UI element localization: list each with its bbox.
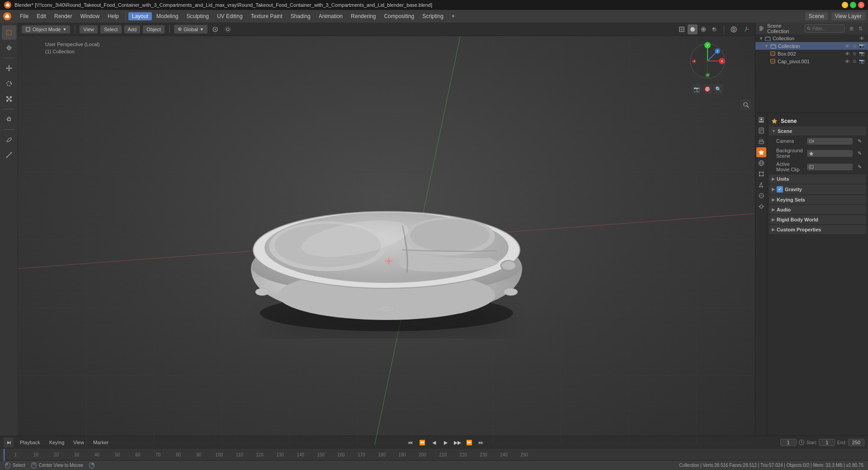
view-layer-props-btn[interactable] (756, 136, 766, 146)
outliner-search-input[interactable] (812, 26, 842, 31)
menu-file[interactable]: File (16, 12, 32, 20)
menu-logo[interactable] (3, 12, 12, 21)
world-props-btn[interactable] (756, 158, 766, 168)
material-shading-btn[interactable] (698, 24, 708, 34)
menu-window[interactable]: Window (76, 12, 103, 20)
rotate-tool-button[interactable] (2, 76, 16, 91)
collection-visibility-eye[interactable]: 👁 (845, 43, 850, 49)
object-menu-button[interactable]: Object (143, 25, 165, 33)
add-workspace-button[interactable]: + (448, 12, 458, 20)
constraints-props-btn[interactable] (756, 202, 766, 212)
select-menu-button[interactable]: Select (100, 25, 122, 33)
outliner-sort-btn[interactable]: ⇅ (856, 24, 864, 33)
workspace-layout[interactable]: Layout (128, 12, 152, 20)
section-custom-properties-header[interactable]: ▶ Custom Properties (769, 225, 866, 234)
scale-tool-button[interactable] (2, 92, 16, 106)
rendered-shading-btn[interactable] (709, 24, 719, 34)
box002-render[interactable]: 📷 (859, 51, 864, 56)
scene-collection-eye[interactable]: 👁 (859, 36, 864, 41)
particles-props-btn[interactable] (756, 180, 766, 190)
outliner-item-collection[interactable]: ▼ Collection 👁 ⊙ 📷 (755, 42, 868, 50)
background-scene-value[interactable] (807, 150, 853, 157)
zoom-view-btn[interactable]: 🔍 (713, 84, 723, 94)
workspace-compositing[interactable]: Compositing (380, 12, 418, 20)
menu-edit[interactable]: Edit (33, 12, 50, 20)
close-button[interactable]: × (858, 2, 864, 8)
workspace-sculpting[interactable]: Sculpting (183, 12, 212, 20)
end-frame-input[interactable] (848, 439, 864, 446)
food-container-3d (18, 36, 755, 445)
menu-render[interactable]: Render (51, 12, 75, 20)
frame-num-190: 190 (392, 452, 412, 457)
outliner-item-box002[interactable]: Box.002 👁 ⊙ 📷 (755, 50, 868, 57)
workspace-rendering[interactable]: Rendering (347, 12, 379, 20)
camera-value[interactable] (807, 138, 853, 145)
cap-pivot-render[interactable]: 📷 (859, 59, 864, 64)
cursor-tool-button[interactable] (2, 41, 16, 55)
overlay-toggle[interactable] (729, 24, 739, 34)
active-movie-clip-value[interactable] (807, 164, 853, 170)
section-audio-header[interactable]: ▶ Audio (769, 205, 866, 214)
timeline-track[interactable]: 1 10 20 30 40 50 60 70 80 90 100 110 120… (0, 449, 868, 461)
snap-to-view-btn[interactable]: 🎯 (703, 84, 712, 94)
render-props-btn[interactable] (756, 115, 766, 125)
view-zoom-btn[interactable] (741, 99, 751, 110)
view-menu-button[interactable]: View (80, 25, 98, 33)
menu-help[interactable]: Help (104, 12, 123, 20)
object-mode-selector[interactable]: Object Mode ▼ (22, 25, 70, 33)
outliner-item-scene-collection[interactable]: ▼ Collection 👁 (755, 34, 868, 42)
solid-shading-btn[interactable] (688, 24, 698, 34)
window-controls: − □ × (842, 2, 864, 8)
timeline-mode-btn[interactable] (4, 437, 14, 447)
background-scene-edit-btn[interactable]: ✎ (855, 149, 863, 157)
transform-tool-button[interactable] (2, 112, 16, 127)
workspace-scripting[interactable]: Scripting (419, 12, 447, 20)
scene-selector[interactable]: Scene (805, 12, 828, 20)
section-rigid-body-world-header[interactable]: ▶ Rigid Body World (769, 215, 866, 224)
section-keying-sets-header[interactable]: ▶ Keying Sets (769, 195, 866, 204)
outliner-filter-btn[interactable]: ⊞ (847, 24, 855, 33)
physics-props-btn[interactable] (756, 191, 766, 201)
gravity-checkbox[interactable]: ✓ (777, 186, 783, 193)
workspace-animation[interactable]: Animation (315, 12, 346, 20)
section-scene-header[interactable]: ▼ Scene (769, 127, 866, 136)
annotate-tool-button[interactable] (2, 132, 16, 147)
section-gravity-header[interactable]: ▶ ✓ Gravity (769, 184, 866, 194)
snap-toggle[interactable] (210, 24, 220, 34)
outliner-search[interactable] (805, 24, 844, 33)
view-layer-selector[interactable]: View Layer (831, 12, 865, 20)
workspace-shading[interactable]: Shading (287, 12, 314, 20)
cap-pivot-label: Cap_pivot.001 (778, 59, 810, 64)
movie-clip-edit-btn[interactable]: ✎ (855, 163, 863, 171)
workspace-texture-paint[interactable]: Texture Paint (247, 12, 286, 20)
viewport[interactable]: Object Mode ▼ View Select Add Object ⊕ G… (18, 23, 755, 445)
collection-restrict[interactable]: ⊙ (853, 43, 856, 48)
cap-pivot-constraint[interactable]: ⊙ (853, 59, 856, 64)
section-units-header[interactable]: ▶ Units (769, 174, 866, 183)
start-frame-input[interactable] (819, 439, 835, 446)
maximize-button[interactable]: □ (850, 2, 856, 8)
box002-constraint[interactable]: ⊙ (853, 51, 856, 56)
camera-view-btn[interactable]: 📷 (692, 84, 702, 94)
gizmo-toggle[interactable] (741, 24, 751, 34)
output-props-btn[interactable] (756, 126, 766, 136)
workspace-uv-editing[interactable]: UV Editing (213, 12, 246, 20)
proportional-edit-toggle[interactable] (223, 24, 233, 34)
box002-eye[interactable]: 👁 (845, 51, 850, 56)
collection-render-toggle[interactable]: 📷 (859, 43, 864, 48)
object-props-btn[interactable] (756, 169, 766, 179)
select-box-tool-button[interactable] (2, 25, 16, 40)
transform-orientation[interactable]: ⊕ Global ▼ (174, 25, 208, 33)
navigation-gizmo[interactable]: Y X Z -Y -X 📷 🎯 (687, 41, 728, 81)
workspace-modeling[interactable]: Modeling (153, 12, 182, 20)
scene-props-btn[interactable] (756, 147, 766, 157)
minimize-button[interactable]: − (842, 2, 848, 8)
move-tool-button[interactable] (2, 61, 16, 75)
current-frame-input[interactable] (780, 439, 797, 446)
camera-edit-btn[interactable]: ✎ (855, 137, 863, 145)
cap-pivot-eye[interactable]: 👁 (845, 59, 850, 64)
add-menu-button[interactable]: Add (124, 25, 141, 33)
wireframe-shading-btn[interactable] (677, 24, 687, 34)
measure-tool-button[interactable] (2, 148, 16, 162)
outliner-item-cappivot001[interactable]: Cap_pivot.001 👁 ⊙ 📷 (755, 57, 868, 65)
